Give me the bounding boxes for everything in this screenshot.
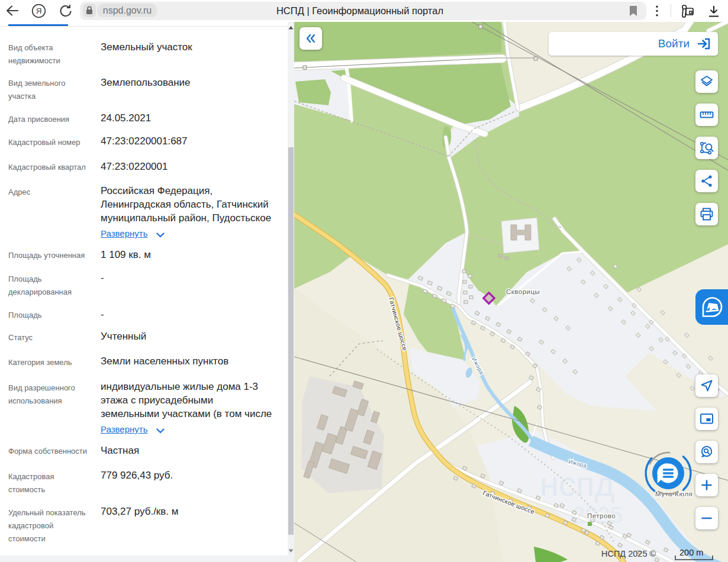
svg-text:НСПД 2025 ©: НСПД 2025 © <box>601 549 656 558</box>
svg-text:Скворицы: Скворицы <box>506 288 540 295</box>
svg-text:200 m: 200 m <box>679 548 703 557</box>
svg-text:Петрово: Петрово <box>587 512 616 519</box>
svg-text:нспд: нспд <box>540 464 614 503</box>
svg-text:Я: Я <box>36 7 42 15</box>
